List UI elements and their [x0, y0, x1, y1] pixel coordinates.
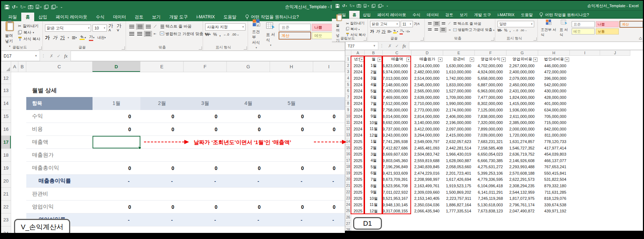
- menu-tab-7[interactable]: 검토: [130, 13, 148, 21]
- copy-sheet-icon[interactable]: [371, 4, 375, 8]
- value-cell[interactable]: 0: [93, 162, 140, 175]
- data-cell[interactable]: 5,658,000,000: [475, 75, 506, 82]
- menu-tab-4[interactable]: 페이지 레이아웃: [374, 11, 409, 19]
- value-cell[interactable]: [93, 188, 140, 201]
- cell[interactable]: [18, 149, 26, 162]
- cell[interactable]: [18, 188, 26, 201]
- value-cell[interactable]: [184, 188, 227, 201]
- data-cell[interactable]: 842,000,000: [538, 126, 570, 132]
- value-cell[interactable]: [93, 136, 140, 149]
- cell[interactable]: [570, 119, 600, 126]
- cell[interactable]: [600, 82, 630, 88]
- value-cell[interactable]: 0: [140, 123, 184, 136]
- data-cell[interactable]: 6,104,096,418: [475, 183, 506, 189]
- accounting-format-icon[interactable]: ₩▾: [497, 28, 502, 32]
- data-cell[interactable]: 1,817,072,975: [506, 195, 538, 202]
- cell-style-3[interactable]: 계산: [279, 32, 311, 39]
- data-cell[interactable]: 396,000,000: [538, 75, 570, 82]
- cell[interactable]: [570, 75, 600, 82]
- cell[interactable]: [600, 164, 630, 170]
- row-header-15[interactable]: 15: [1, 110, 11, 123]
- align-bottom-icon[interactable]: [145, 24, 152, 29]
- data-cell[interactable]: 5,130,618,003: [475, 202, 506, 208]
- font-size-combo[interactable]: 11▾: [401, 21, 413, 27]
- cell[interactable]: [600, 63, 630, 69]
- percent-icon[interactable]: %: [504, 28, 507, 32]
- data-cell[interactable]: 6,141,011,291: [475, 189, 506, 196]
- cell[interactable]: [600, 170, 630, 176]
- menu-tab-11[interactable]: 도움말: [518, 11, 536, 19]
- fill-color-icon[interactable]: ▾: [80, 35, 86, 40]
- cell[interactable]: [26, 72, 345, 84]
- menu-tab-1[interactable]: 파일: [4, 13, 21, 21]
- copy-button[interactable]: 복사 ▾: [346, 27, 366, 32]
- data-cell[interactable]: 2,710,000,000: [411, 101, 443, 107]
- row-header-28[interactable]: 28: [345, 227, 351, 231]
- cell[interactable]: [18, 72, 26, 84]
- data-cell[interactable]: 2,308,294,235: [506, 183, 538, 189]
- insert-function-icon[interactable]: fx: [402, 43, 406, 49]
- namebox-splitter[interactable]: ⋮: [378, 42, 385, 50]
- data-cell[interactable]: 705,000,000: [538, 113, 570, 120]
- data-cell[interactable]: 7,039,000,000: [475, 132, 506, 139]
- font-size-combo[interactable]: 10▾: [93, 24, 107, 32]
- cell-style-3[interactable]: 계산: [620, 21, 643, 27]
- undo-icon[interactable]: ↺▾: [342, 4, 347, 8]
- shrink-font-icon[interactable]: 가˅: [117, 23, 123, 33]
- data-cell[interactable]: 7,245,119,268: [475, 195, 506, 202]
- qat-customize-icon[interactable]: ⌄: [60, 5, 63, 9]
- cell[interactable]: [570, 170, 600, 176]
- namebox-splitter[interactable]: ⋮: [40, 51, 47, 61]
- cell[interactable]: [600, 88, 630, 94]
- row-label[interactable]: 비용: [26, 123, 93, 136]
- camera-icon[interactable]: [357, 4, 361, 8]
- decrease-decimal-icon[interactable]: .00→: [520, 29, 527, 32]
- font-dialog-launcher[interactable]: [420, 37, 424, 41]
- bold-icon[interactable]: 가: [370, 29, 374, 33]
- paste-button[interactable]: 붙여넣기▾: [3, 23, 16, 45]
- data-cell[interactable]: 634,000,000: [538, 107, 570, 113]
- data-cell[interactable]: 2,079,000,000: [506, 75, 538, 82]
- data-cell[interactable]: 1,415,000,000: [506, 101, 538, 107]
- column-header-F[interactable]: F: [184, 61, 227, 72]
- cell[interactable]: [570, 195, 600, 202]
- decrease-decimal-icon[interactable]: .00→: [231, 33, 239, 36]
- table-header-month-4[interactable]: 4월: [227, 97, 270, 110]
- column-header-C[interactable]: C: [26, 61, 93, 72]
- cell[interactable]: [600, 189, 630, 196]
- filter-icon[interactable]: ▼: [565, 58, 569, 62]
- data-cell[interactable]: 2,796,761,174: [506, 202, 538, 208]
- cut-button[interactable]: ✂잘라내기: [18, 23, 40, 29]
- comma-icon[interactable]: ,: [509, 28, 510, 32]
- column-header-I[interactable]: I: [570, 50, 600, 56]
- value-cell[interactable]: 0: [140, 201, 184, 213]
- cell[interactable]: [570, 208, 600, 215]
- row-label[interactable]: 매출원가: [26, 149, 93, 162]
- table-header-5[interactable]: 판관비▼: [443, 56, 475, 63]
- menu-tab-8[interactable]: 보기: [456, 11, 471, 19]
- data-cell[interactable]: 2,153,140,405: [411, 195, 443, 202]
- grow-font-icon[interactable]: 가˄: [414, 22, 420, 26]
- filter-icon[interactable]: ▼: [470, 58, 474, 62]
- table-header-month-5[interactable]: 5월: [270, 97, 313, 110]
- value-cell[interactable]: 0: [227, 162, 270, 175]
- value-cell[interactable]: 0: [140, 162, 184, 175]
- menu-tab-3[interactable]: 삽입: [360, 11, 374, 19]
- data-cell[interactable]: 2,773,000,000: [411, 107, 443, 113]
- column-header-H[interactable]: H: [270, 61, 313, 72]
- cell[interactable]: [570, 145, 600, 151]
- data-cell[interactable]: 2,465,481,093: [411, 145, 443, 151]
- insert-function-icon[interactable]: fx: [64, 53, 67, 59]
- redo-icon[interactable]: ↻▾: [20, 5, 25, 9]
- value-cell[interactable]: 0: [184, 123, 227, 136]
- data-cell[interactable]: 1,919,523,175: [443, 183, 475, 189]
- table-header-6[interactable]: 영업외수익▼: [475, 56, 506, 63]
- paste-values-icon[interactable]: ▾: [364, 4, 369, 8]
- font-color-icon[interactable]: 가▾: [89, 34, 95, 41]
- menu-tab-10[interactable]: i-MATRIX: [494, 11, 518, 19]
- save-icon[interactable]: [5, 5, 9, 9]
- name-box[interactable]: T27▼: [345, 42, 378, 50]
- number-dialog-launcher[interactable]: [533, 37, 537, 41]
- row-header-13[interactable]: 13: [1, 84, 11, 97]
- row-header-26[interactable]: 26: [345, 214, 351, 221]
